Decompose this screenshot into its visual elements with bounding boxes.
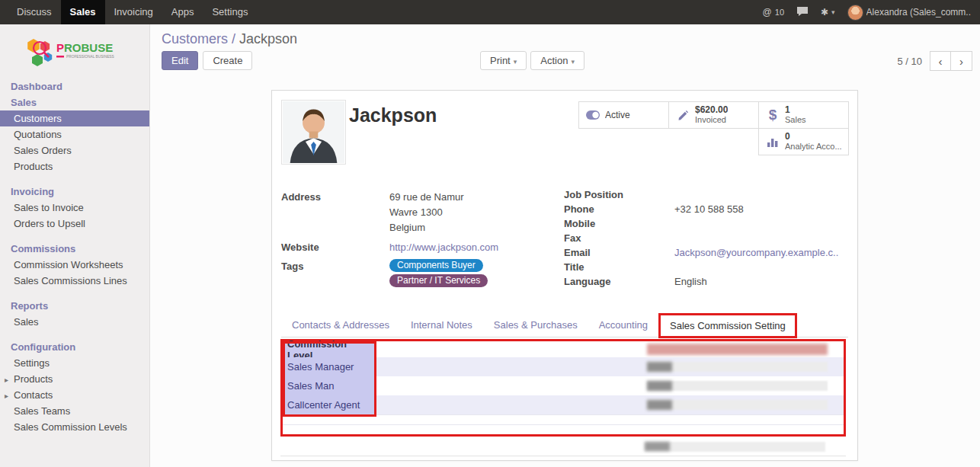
activity-count: 10 — [775, 8, 784, 17]
asterisk-icon: ✱ — [821, 7, 828, 18]
tab-contacts-addresses[interactable]: Contacts & Addresses — [281, 313, 400, 337]
tab-sales-commission-setting[interactable]: Sales Commission Setting — [658, 313, 797, 338]
sidebar-header-configuration[interactable]: Configuration — [0, 339, 149, 355]
title-label: Title — [564, 261, 674, 275]
page-title: Jackpson — [349, 104, 437, 126]
sidebar-item-sales-commission-levels[interactable]: Sales Commission Levels — [0, 419, 149, 435]
commission-level-cell[interactable]: Callcenter Agent — [283, 395, 374, 414]
website-link[interactable]: http://www.jackpson.com — [389, 241, 498, 253]
sidebar-item-sales-report[interactable]: Sales — [0, 314, 149, 330]
sidebar-item-quotations[interactable]: Quotations — [0, 126, 149, 142]
top-navbar: Discuss Sales Invoicing Apps Settings @ … — [0, 0, 980, 24]
email-link[interactable]: Jackpson@yourcompany.example.c.. — [674, 247, 838, 258]
sidebar-item-settings[interactable]: Settings — [0, 355, 149, 371]
commission-level-cell[interactable]: Sales Man — [283, 376, 374, 395]
sidebar-item-commission-worksheets[interactable]: Commission Worksheets — [0, 257, 149, 273]
expand-arrow-icon[interactable]: ▸ — [5, 374, 8, 385]
dollar-icon: $ — [764, 107, 782, 123]
menu-discuss[interactable]: Discuss — [8, 0, 61, 24]
tag-components-buyer[interactable]: Components Buyer — [389, 259, 483, 272]
sidebar-item-customers[interactable]: Customers — [0, 110, 149, 126]
main-content: Customers / Jackpson Edit Create Print▾ … — [150, 24, 980, 467]
tab-internal-notes[interactable]: Internal Notes — [400, 313, 483, 337]
sidebar-item-sales-teams[interactable]: Sales Teams — [0, 403, 149, 419]
edit-button[interactable]: Edit — [162, 51, 198, 70]
menu-apps[interactable]: Apps — [162, 0, 203, 24]
sidebar-header-dashboard[interactable]: Dashboard — [0, 78, 149, 94]
user-menu[interactable]: Alexandra (Sales_comm.. — [847, 5, 971, 21]
invoiced-stat-button[interactable]: $620.00 Invoiced — [668, 101, 759, 129]
sidebar-item-products[interactable]: Products — [0, 158, 149, 174]
expand-arrow-icon[interactable]: ▸ — [5, 390, 8, 401]
sales-stat-button[interactable]: $ 1 Sales — [758, 101, 849, 129]
table-row[interactable]: Callcenter Agent — [283, 395, 844, 414]
debug-menu-button[interactable]: ✱ ▾ — [821, 7, 835, 18]
address-line: 69 rue de Namur — [389, 191, 464, 203]
table-row[interactable]: Sales Manager — [283, 357, 844, 376]
commission-levels-table: Commission Level Sales Manager Sales Man… — [280, 339, 846, 437]
customer-photo[interactable] — [281, 100, 346, 165]
sidebar-item-config-contacts[interactable]: ▸Contacts — [0, 387, 149, 403]
menu-settings[interactable]: Settings — [203, 0, 257, 24]
address-line: Wavre 1300 — [389, 206, 443, 218]
svg-text:PROBUSE: PROBUSE — [56, 41, 113, 54]
sidebar-item-sales-to-invoice[interactable]: Sales to Invoice — [0, 200, 149, 216]
commission-level-cell[interactable]: Sales Manager — [283, 357, 374, 376]
stat-value: 1 — [785, 105, 806, 115]
chat-bubble-icon — [796, 6, 809, 19]
tab-accounting[interactable]: Accounting — [588, 313, 658, 337]
active-toggle-icon — [584, 110, 602, 120]
print-dropdown[interactable]: Print▾ — [480, 51, 527, 70]
user-avatar — [847, 5, 863, 21]
user-name: Alexandra (Sales_comm.. — [866, 7, 971, 18]
action-dropdown[interactable]: Action▾ — [530, 51, 584, 70]
redacted-footer-content — [645, 442, 670, 451]
activities-button[interactable]: @ 10 — [763, 7, 784, 18]
probuse-logo: PROBUSE PROFESSIONAL BUSINESS — [0, 24, 149, 78]
pager-previous-button[interactable]: ‹ — [930, 51, 951, 71]
address-label: Address — [281, 190, 389, 204]
table-empty-row — [283, 424, 844, 434]
menu-invoicing[interactable]: Invoicing — [105, 0, 162, 24]
job-position-label: Job Position — [564, 188, 674, 203]
sidebar-header-sales[interactable]: Sales — [0, 94, 149, 110]
messages-button[interactable] — [796, 6, 809, 19]
sidebar-header-commissions[interactable]: Commissions — [0, 241, 149, 257]
stat-label: Sales — [785, 115, 806, 125]
active-stat-button[interactable]: Active — [578, 101, 669, 129]
redacted-footer-content — [645, 442, 825, 452]
redacted-row-content — [647, 381, 828, 391]
control-panel-buttons: Edit Create — [162, 51, 252, 70]
at-icon: @ — [763, 7, 772, 18]
table-header-row: Commission Level — [283, 341, 844, 357]
mobile-label: Mobile — [564, 217, 674, 232]
table-empty-row — [283, 414, 844, 424]
redacted-header-content — [647, 344, 828, 355]
tab-sales-purchases[interactable]: Sales & Purchases — [483, 313, 588, 337]
redacted-row-content — [647, 362, 828, 372]
sidebar-header-invoicing[interactable]: Invoicing — [0, 184, 149, 200]
sidebar-item-sales-commissions-lines[interactable]: Sales Commissions Lines — [0, 273, 149, 289]
sidebar-item-sales-orders[interactable]: Sales Orders — [0, 142, 149, 158]
chevron-down-icon: ▾ — [514, 58, 517, 66]
create-button[interactable]: Create — [203, 51, 252, 70]
sidebar-item-config-products[interactable]: ▸Products — [0, 371, 149, 387]
stat-label: Active — [605, 110, 630, 120]
notebook-tabs: Contacts & Addresses Internal Notes Sale… — [281, 313, 848, 337]
systray: @ 10 ✱ ▾ Alexandra (Sales_comm.. — [763, 0, 980, 24]
sidebar-nav: Dashboard Sales Customers Quotations Sal… — [0, 78, 149, 435]
breadcrumb-customers-link[interactable]: Customers — [162, 31, 228, 46]
tag-partner-it-services[interactable]: Partner / IT Services — [389, 274, 488, 287]
chevron-down-icon: ▾ — [571, 58, 575, 66]
menu-sales[interactable]: Sales — [61, 0, 105, 24]
sidebar-item-orders-to-upsell[interactable]: Orders to Upsell — [0, 216, 149, 232]
stat-label: Analytic Acco... — [785, 142, 842, 152]
sidebar-header-reports[interactable]: Reports — [0, 298, 149, 314]
pager: 5 / 10 ‹ › — [897, 51, 972, 71]
analytic-stat-button[interactable]: 0 Analytic Acco... — [758, 128, 849, 155]
table-row[interactable]: Sales Man — [283, 376, 844, 395]
stat-value: 0 — [785, 132, 842, 142]
column-header-commission-level[interactable]: Commission Level — [283, 341, 374, 357]
pager-next-button[interactable]: › — [951, 51, 972, 71]
pager-counter: 5 / 10 — [897, 56, 922, 67]
